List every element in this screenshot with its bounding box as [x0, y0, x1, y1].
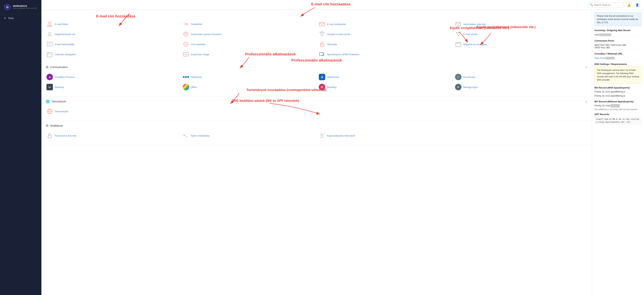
email-routing-label: E-mail útválasztás: [327, 23, 346, 25]
svg-rect-26: [47, 52, 52, 57]
sidebar-item-tools[interactable]: ✕ Tools: [0, 14, 42, 22]
tool-email-routing[interactable]: E-mail útválasztás: [316, 19, 453, 29]
tool-mattermost[interactable]: ⊕ Mattermost: [316, 72, 453, 82]
imap-pop3-ports: IMAP Port: 993 / POP3 Port: 995: [594, 44, 642, 46]
tool-manage-apps[interactable]: ⚙ Manage Apps: [453, 82, 589, 92]
domains-section-label: Tartományok: [52, 100, 66, 103]
language-icon: A文: [183, 132, 189, 139]
svg-rect-22: [456, 42, 461, 47]
annotation-email-add: E-mail cím hozzáadása: [96, 14, 135, 18]
branding-label: Branding: [327, 86, 336, 88]
workspace-logo-icon: [4, 3, 11, 11]
ssl-notice-box: Please note that all connections to our …: [594, 12, 642, 26]
auto-reply-icon: [455, 21, 462, 27]
global-filters-icon: [319, 31, 325, 37]
svg-point-21: [322, 45, 322, 45]
tool-branding[interactable]: ● Branding: [316, 82, 453, 92]
sidebar: WORKSPACE COLLABORATION SUITE ✕ Tools: [0, 0, 42, 295]
tool-calendar-contacts[interactable]: Naptárak és névjegyek: [453, 39, 589, 49]
dns-notice-box: The Workspace service does not include D…: [594, 66, 642, 83]
tools-panel: E-mail cím hozzáadása E-mail fiókok: [42, 10, 592, 295]
domains-section-header[interactable]: 🌐 Tartományok ∧: [42, 98, 592, 105]
address-import-label: Cím importáló: [191, 43, 206, 46]
email-accounts-label: E-mail fiókok: [55, 23, 68, 25]
tool-password-security[interactable]: Password & Security: [44, 131, 180, 141]
mail-server-value: mail.████████: [594, 33, 642, 37]
account-icon[interactable]: 👤: [634, 2, 640, 8]
encryption-icon: [319, 41, 325, 47]
contact-info-label: Kapcsolattartási információ: [327, 134, 355, 137]
tool-nextcloud[interactable]: NextCloud: [180, 72, 317, 82]
tool-rainloop[interactable]: Rainloop: [44, 82, 180, 92]
contact-info-icon: [319, 132, 325, 139]
office-label: Office: [191, 86, 197, 88]
search-input[interactable]: [594, 3, 619, 6]
tool-delivery-tracking[interactable]: Kézbesítés nyomon követése: [180, 29, 317, 39]
svg-point-4: [48, 22, 51, 24]
tool-calendar-delegation[interactable]: Calendar Delegation: [44, 49, 180, 59]
mattermost-icon: ⊕: [319, 74, 325, 80]
tool-language[interactable]: A文 Nyelv módosítása: [180, 131, 317, 141]
tool-domains[interactable]: Tartományok: [44, 106, 180, 116]
sidebar-tools-label: Tools: [8, 17, 14, 19]
crossbox-premium-icon: ◈: [46, 74, 53, 80]
tool-spamexperts[interactable]: SpamExperts SPAM Protection: [316, 49, 453, 59]
settings-section-header[interactable]: ⚙ Beállítások: [42, 122, 592, 129]
notifications-icon[interactable]: 🔔: [626, 2, 632, 8]
forwarders-label: Továbbítók: [191, 23, 202, 25]
body-area: E-mail cím hozzáadása E-mail fiókok: [42, 10, 644, 295]
tool-email-deliverability[interactable]: Email Deliverability: [44, 39, 180, 49]
tool-contact-info[interactable]: Kapcsolattartási információ: [316, 131, 453, 141]
svg-rect-8: [320, 22, 324, 26]
communication-section-icon: ⊞: [46, 65, 48, 69]
settings-section-header-left: ⚙ Beállítások: [46, 124, 63, 128]
domains-chevron-icon: ∧: [585, 100, 588, 103]
svg-rect-29: [184, 52, 188, 56]
domains-tools-grid: Tartományok: [42, 105, 592, 119]
tool-crossbox-premium[interactable]: ◈ CrossBox Premium: [44, 72, 180, 82]
svg-point-19: [184, 42, 188, 46]
tool-encryption[interactable]: Titkosítás: [316, 39, 453, 49]
calendar-delegation-icon: [46, 51, 53, 57]
tool-forwarders[interactable]: Továbbítók: [180, 19, 317, 29]
dns-title: DNS Settings / Requirements: [594, 63, 642, 65]
rainloop-icon: [46, 84, 53, 90]
tool-email-filters[interactable]: E-mail szűrők: [453, 29, 589, 39]
crossbox-url-value: https://mail.██████: [594, 56, 642, 60]
connection-ports-title: Connection Ports:: [594, 39, 642, 42]
manage-apps-icon: ⚙: [455, 84, 462, 90]
search-icon: 🔍: [590, 3, 593, 6]
connection-ports-value: IMAP Port: 993 / POP3 Port: 995 SMTP Por…: [594, 43, 642, 50]
smtp-port: SMTP Port: 465: [594, 46, 642, 49]
svg-rect-31: [320, 52, 323, 55]
domains-icon: [46, 108, 53, 115]
delivery-tracking-icon: [183, 31, 189, 37]
tool-global-filters[interactable]: Globális e-mail szűrők: [316, 29, 453, 39]
tool-auto-reply[interactable]: Automatikus válaszok: [453, 19, 589, 29]
email-routing-icon: [319, 21, 325, 27]
crossbox-url-title: CrossBox / Webmail URL:: [594, 52, 642, 55]
email-disk-usage-label: Email Disk Usage: [191, 53, 210, 56]
tool-email-accounts[interactable]: E-mail fiókok: [44, 19, 180, 29]
tool-roundcube[interactable]: ⬡ Roundcube: [453, 72, 589, 82]
password-security-icon: [46, 132, 53, 139]
forwarders-icon: [183, 21, 189, 27]
tool-default-address[interactable]: Alapértelmezett cím: [44, 29, 180, 39]
communication-section-header[interactable]: ⊞ Communication ∧: [42, 64, 592, 70]
address-import-icon: [183, 41, 189, 47]
topbar: 🔍 🔔 👤: [42, 0, 644, 10]
dns-notice-text: The Workspace service does not include D…: [597, 69, 639, 81]
mail-server-text: mail.: [594, 33, 599, 36]
svg-line-7: [184, 22, 185, 23]
tool-office[interactable]: ● Office: [180, 82, 317, 92]
tool-address-import[interactable]: Cím importáló: [180, 39, 317, 49]
calendar-delegation-label: Calendar Delegation: [55, 53, 76, 56]
mail-server-masked: ████████: [599, 33, 611, 36]
spamexperts-label: SpamExperts SPAM Protection: [327, 53, 360, 56]
search-box[interactable]: 🔍: [588, 2, 624, 7]
svg-marker-13: [320, 32, 324, 36]
nextcloud-label: NextCloud: [191, 76, 202, 78]
tool-email-disk-usage[interactable]: Email Disk Usage: [180, 49, 317, 59]
email-accounts-icon: [46, 21, 53, 27]
crossbox-url-link[interactable]: https://mail.██████: [594, 57, 615, 59]
